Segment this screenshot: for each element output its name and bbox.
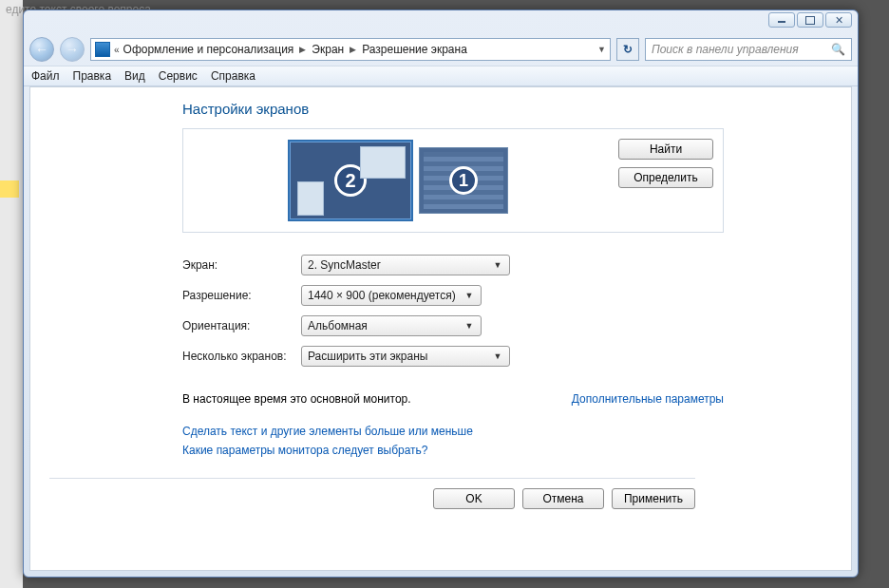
chevron-down-icon: ▼ [462, 289, 477, 302]
find-button[interactable]: Найти [618, 139, 713, 160]
bg-stripe [0, 180, 19, 198]
menu-bar: Файл Правка Вид Сервис Справка [24, 66, 858, 86]
primary-monitor-status: В настоящее время это основной монитор. [182, 392, 411, 406]
label-resolution: Разрешение: [182, 289, 301, 302]
monitor-side-buttons: Найти Определить [618, 139, 713, 188]
search-placeholder: Поиск в панели управления [652, 43, 799, 56]
monitor-window-decor [360, 146, 406, 179]
row-display: Экран: 2. SyncMaster ▼ [182, 250, 724, 280]
dialog-footer: OK Отмена Применить [49, 478, 695, 509]
menu-view[interactable]: Вид [124, 69, 145, 83]
monitor-help-link[interactable]: Какие параметры монитора следует выбрать… [182, 444, 832, 457]
breadcrumb-seg1[interactable]: Оформление и персонализация [123, 43, 294, 56]
cancel-button[interactable]: Отмена [522, 488, 604, 509]
breadcrumb-seg2[interactable]: Экран [312, 43, 344, 56]
display-value: 2. SyncMaster [308, 258, 381, 272]
monitor-number: 1 [449, 166, 478, 195]
chevron-down-icon: ▼ [490, 258, 505, 272]
content-pane: Настройки экранов 2 1 Найти Определить Э… [29, 86, 852, 571]
display-dropdown[interactable]: 2. SyncMaster ▼ [301, 255, 510, 275]
label-orientation: Ориентация: [182, 319, 301, 332]
monitor-1[interactable]: 1 [419, 147, 508, 214]
orientation-dropdown[interactable]: Альбомная ▼ [301, 315, 482, 336]
status-row: В настоящее время это основной монитор. … [182, 392, 724, 406]
chevron-right-icon: ▶ [348, 45, 358, 54]
search-input[interactable]: Поиск в панели управления 🔍 [645, 38, 852, 61]
close-button[interactable]: ✕ [825, 12, 852, 28]
search-icon: 🔍 [831, 43, 845, 56]
label-multidisplay: Несколько экранов: [182, 350, 301, 363]
maximize-button[interactable] [797, 12, 823, 28]
menu-tools[interactable]: Сервис [159, 69, 198, 83]
label-display: Экран: [182, 258, 301, 272]
address-bar[interactable]: « Оформление и персонализация ▶ Экран ▶ … [90, 38, 611, 61]
breadcrumb-back-chevrons: « [114, 45, 120, 55]
back-button[interactable]: ← [29, 37, 54, 62]
menu-file[interactable]: Файл [31, 69, 60, 83]
resolution-value: 1440 × 900 (рекомендуется) [308, 289, 456, 302]
monitor-arrangement-box[interactable]: 2 1 Найти Определить [182, 128, 724, 233]
minimize-button[interactable] [768, 12, 795, 28]
multidisplay-dropdown[interactable]: Расширить эти экраны ▼ [301, 346, 510, 367]
navigation-row: ← → « Оформление и персонализация ▶ Экра… [24, 33, 858, 66]
row-orientation: Ориентация: Альбомная ▼ [182, 311, 724, 341]
row-multidisplay: Несколько экранов: Расширить эти экраны … [182, 341, 724, 371]
page-title: Настройки экранов [182, 101, 832, 117]
window-frame: ✕ ← → « Оформление и персонализация ▶ Эк… [23, 9, 859, 578]
help-links: Сделать текст и другие элементы больше и… [182, 419, 832, 463]
background-sidebar [0, 0, 23, 588]
menu-edit[interactable]: Правка [73, 69, 112, 83]
refresh-button[interactable]: ↻ [616, 38, 639, 61]
resolution-dropdown[interactable]: 1440 × 900 (рекомендуется) ▼ [301, 285, 482, 306]
chevron-down-icon: ▼ [462, 319, 477, 332]
breadcrumb-seg3[interactable]: Разрешение экрана [362, 43, 467, 56]
titlebar: ✕ [24, 10, 858, 33]
menu-help[interactable]: Справка [211, 69, 255, 83]
forward-button[interactable]: → [60, 37, 85, 62]
multidisplay-value: Расширить эти экраны [308, 350, 427, 363]
ok-button[interactable]: OK [433, 488, 515, 509]
advanced-settings-link[interactable]: Дополнительные параметры [572, 392, 724, 406]
identify-button[interactable]: Определить [618, 167, 713, 188]
text-size-link[interactable]: Сделать текст и другие элементы больше и… [182, 425, 832, 438]
chevron-right-icon: ▶ [297, 45, 308, 54]
monitor-2[interactable]: 2 [288, 140, 413, 221]
address-dropdown-icon[interactable]: ▼ [597, 45, 606, 54]
settings-form: Экран: 2. SyncMaster ▼ Разрешение: 1440 … [182, 250, 724, 371]
chevron-down-icon: ▼ [490, 350, 505, 363]
monitor-window-decor [297, 181, 324, 216]
orientation-value: Альбомная [308, 319, 368, 332]
row-resolution: Разрешение: 1440 × 900 (рекомендуется) ▼ [182, 280, 724, 311]
control-panel-icon [95, 42, 110, 57]
apply-button[interactable]: Применить [612, 488, 695, 509]
